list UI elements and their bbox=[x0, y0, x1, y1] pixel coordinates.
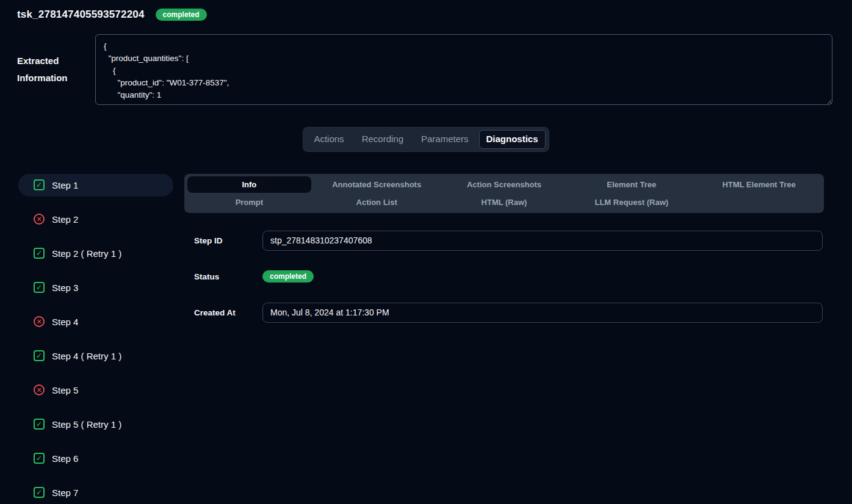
subtab-llm-request-raw[interactable]: LLM Request (Raw) bbox=[569, 194, 693, 211]
subtab-action-list[interactable]: Action List bbox=[315, 194, 439, 211]
content-area: ✓Step 1✕Step 2✓Step 2 ( Retry 1 )✓Step 3… bbox=[0, 174, 852, 504]
step-item-step-7[interactable]: ✓Step 7 bbox=[18, 481, 173, 504]
step-item-step-5[interactable]: ✕Step 5 bbox=[18, 379, 173, 401]
step-label: Step 2 bbox=[52, 214, 78, 225]
step-label: Step 1 bbox=[52, 180, 78, 190]
circle-x-icon: ✕ bbox=[34, 316, 45, 327]
info-fields: Step ID Status completed Created At bbox=[184, 231, 824, 323]
tab-actions[interactable]: Actions bbox=[306, 130, 351, 149]
tab-diagnostics[interactable]: Diagnostics bbox=[479, 130, 546, 149]
checkbox-check-icon: ✓ bbox=[34, 282, 45, 293]
circle-x-icon: ✕ bbox=[34, 214, 45, 225]
checkbox-check-icon: ✓ bbox=[34, 487, 45, 498]
step-status-badge: completed bbox=[262, 270, 314, 283]
extracted-information-label: Extracted Information bbox=[17, 52, 95, 87]
extracted-information-textarea[interactable]: { "product_quantities": [ { "product_id"… bbox=[95, 34, 832, 105]
created-at-label: Created At bbox=[194, 308, 262, 317]
subtab-info[interactable]: Info bbox=[187, 176, 311, 193]
tab-parameters[interactable]: Parameters bbox=[414, 130, 476, 149]
main-tabs-wrapper: ActionsRecordingParametersDiagnostics bbox=[0, 127, 852, 152]
step-item-step-4-retry-1[interactable]: ✓Step 4 ( Retry 1 ) bbox=[18, 345, 173, 367]
step-id-label: Step ID bbox=[194, 236, 262, 245]
field-row-created-at: Created At bbox=[184, 303, 824, 323]
subtab-action-screenshots[interactable]: Action Screenshots bbox=[442, 176, 566, 193]
checkbox-check-icon: ✓ bbox=[34, 179, 45, 190]
step-item-step-2[interactable]: ✕Step 2 bbox=[18, 208, 173, 231]
step-item-step-2-retry-1[interactable]: ✓Step 2 ( Retry 1 ) bbox=[18, 242, 173, 265]
step-item-step-5-retry-1[interactable]: ✓Step 5 ( Retry 1 ) bbox=[18, 413, 173, 436]
subtab-annotated-screenshots[interactable]: Annotated Screenshots bbox=[315, 176, 439, 193]
step-label: Step 4 ( Retry 1 ) bbox=[52, 351, 121, 361]
status-label: Status bbox=[194, 272, 262, 281]
step-label: Step 3 bbox=[52, 283, 78, 293]
step-item-step-3[interactable]: ✓Step 3 bbox=[18, 276, 173, 299]
step-label: Step 2 ( Retry 1 ) bbox=[52, 248, 121, 259]
step-label: Step 6 bbox=[52, 453, 78, 464]
step-label: Step 7 bbox=[52, 488, 78, 498]
step-label: Step 4 bbox=[52, 317, 78, 327]
tab-recording[interactable]: Recording bbox=[355, 130, 411, 149]
created-at-input[interactable] bbox=[262, 303, 823, 323]
diagnostics-panel: InfoAnnotated ScreenshotsAction Screensh… bbox=[184, 174, 824, 504]
task-status-badge: completed bbox=[156, 9, 207, 21]
step-id-input[interactable] bbox=[262, 231, 823, 251]
main-tab-bar: ActionsRecordingParametersDiagnostics bbox=[303, 127, 549, 152]
step-item-step-6[interactable]: ✓Step 6 bbox=[18, 447, 173, 470]
field-row-status: Status completed bbox=[184, 267, 824, 287]
subtab-prompt[interactable]: Prompt bbox=[187, 194, 311, 211]
task-id-title: tsk_278147405593572204 bbox=[17, 9, 145, 21]
subtab-html-raw[interactable]: HTML (Raw) bbox=[442, 194, 566, 211]
field-row-step-id: Step ID bbox=[184, 231, 824, 251]
subtab-bar: InfoAnnotated ScreenshotsAction Screensh… bbox=[184, 174, 824, 213]
checkbox-check-icon: ✓ bbox=[34, 453, 45, 464]
checkbox-check-icon: ✓ bbox=[34, 248, 45, 259]
step-label: Step 5 bbox=[52, 385, 78, 395]
step-item-step-1[interactable]: ✓Step 1 bbox=[18, 174, 173, 196]
subtab-html-element-tree[interactable]: HTML Element Tree bbox=[697, 176, 821, 193]
step-item-step-4[interactable]: ✕Step 4 bbox=[18, 311, 173, 333]
subtab-row-2: PromptAction ListHTML (Raw)LLM Request (… bbox=[186, 193, 823, 211]
checkbox-check-icon: ✓ bbox=[34, 419, 45, 430]
subtab-element-tree[interactable]: Element Tree bbox=[569, 176, 693, 193]
step-label: Step 5 ( Retry 1 ) bbox=[52, 419, 121, 430]
extracted-information-section: Extracted Information { "product_quantit… bbox=[0, 34, 852, 105]
checkbox-check-icon: ✓ bbox=[34, 350, 45, 361]
circle-x-icon: ✕ bbox=[34, 384, 45, 395]
task-header: tsk_278147405593572204 completed bbox=[0, 0, 852, 21]
subtab-row-1: InfoAnnotated ScreenshotsAction Screensh… bbox=[186, 176, 823, 193]
steps-sidebar: ✓Step 1✕Step 2✓Step 2 ( Retry 1 )✓Step 3… bbox=[18, 174, 173, 504]
